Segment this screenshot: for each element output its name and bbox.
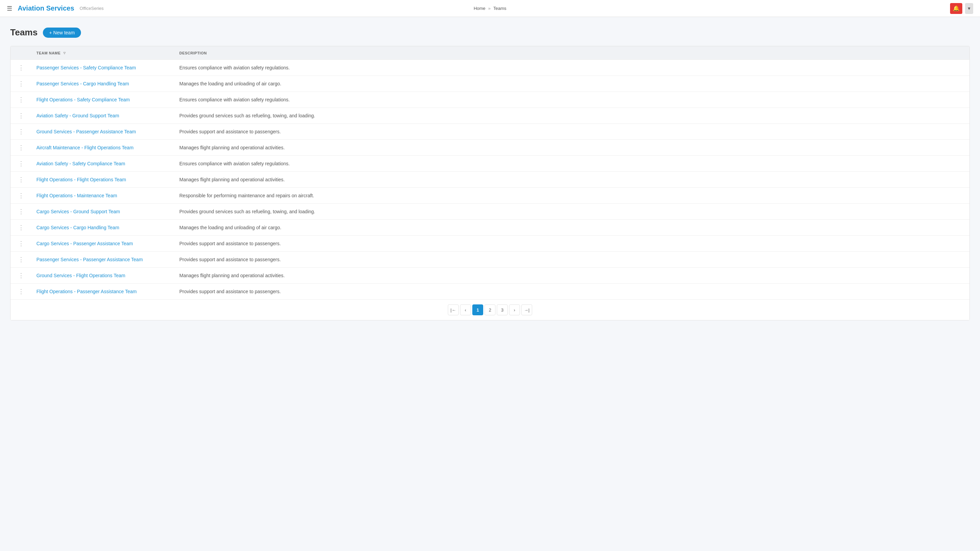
team-name-link[interactable]: Passenger Services - Safety Compliance T… [37, 65, 136, 70]
row-actions-cell: ⋮ [11, 220, 31, 236]
row-desc-cell: Manages flight planning and operational … [174, 268, 969, 284]
row-actions-cell: ⋮ [11, 76, 31, 92]
notification-button[interactable]: 🔔 [950, 3, 962, 14]
more-options-icon[interactable]: ⋮ [18, 160, 24, 167]
team-name-link[interactable]: Aviation Safety - Safety Compliance Team [37, 161, 125, 166]
row-name-cell: Cargo Services - Cargo Handling Team [31, 220, 174, 236]
row-actions-cell: ⋮ [11, 284, 31, 300]
team-name-link[interactable]: Flight Operations - Safety Compliance Te… [37, 97, 130, 102]
table-row: ⋮ Ground Services - Passenger Assistance… [11, 124, 969, 140]
row-name-cell: Flight Operations - Passenger Assistance… [31, 284, 174, 300]
table-row: ⋮ Cargo Services - Passenger Assistance … [11, 236, 969, 252]
more-options-icon[interactable]: ⋮ [18, 256, 24, 263]
team-description: Ensures compliance with aviation safety … [179, 161, 290, 166]
team-name-link[interactable]: Aviation Safety - Ground Support Team [37, 113, 119, 118]
team-name-link[interactable]: Ground Services - Passenger Assistance T… [37, 129, 136, 134]
row-name-cell: Aircraft Maintenance - Flight Operations… [31, 140, 174, 156]
team-name-link[interactable]: Cargo Services - Cargo Handling Team [37, 225, 119, 230]
page-title: Teams [10, 27, 37, 38]
table-row: ⋮ Aviation Safety - Ground Support Team … [11, 108, 969, 124]
team-name-link[interactable]: Flight Operations - Passenger Assistance… [37, 289, 137, 294]
more-options-icon[interactable]: ⋮ [18, 113, 24, 119]
more-options-icon[interactable]: ⋮ [18, 81, 24, 87]
pagination-last-button[interactable]: →| [521, 305, 532, 315]
row-desc-cell: Ensures compliance with aviation safety … [174, 156, 969, 172]
brand-sub: OfficeSeries [80, 6, 104, 11]
row-name-cell: Flight Operations - Flight Operations Te… [31, 172, 174, 188]
row-name-cell: Flight Operations - Maintenance Team [31, 188, 174, 204]
team-name-link[interactable]: Passenger Services - Cargo Handling Team [37, 81, 129, 86]
breadcrumb-home[interactable]: Home [474, 6, 485, 11]
row-desc-cell: Manages the loading and unloading of air… [174, 76, 969, 92]
col-name-label: TEAM NAME [37, 51, 60, 55]
col-name-header: TEAM NAME ▿ [31, 46, 174, 60]
row-name-cell: Passenger Services - Cargo Handling Team [31, 76, 174, 92]
table-row: ⋮ Aviation Safety - Safety Compliance Te… [11, 156, 969, 172]
breadcrumb-separator: » [488, 6, 491, 11]
more-options-icon[interactable]: ⋮ [18, 288, 24, 295]
pagination-next-button[interactable]: › [509, 305, 520, 315]
breadcrumb: Home » Teams [474, 6, 506, 11]
more-options-icon[interactable]: ⋮ [18, 144, 24, 151]
table-row: ⋮ Passenger Services - Safety Compliance… [11, 60, 969, 76]
more-options-icon[interactable]: ⋮ [18, 65, 24, 71]
pagination-prev-button[interactable]: ‹ [460, 305, 471, 315]
table-row: ⋮ Flight Operations - Safety Compliance … [11, 92, 969, 108]
team-description: Provides support and assistance to passe… [179, 241, 281, 246]
row-name-cell: Flight Operations - Safety Compliance Te… [31, 92, 174, 108]
more-options-icon[interactable]: ⋮ [18, 129, 24, 135]
team-name-link[interactable]: Flight Operations - Flight Operations Te… [37, 177, 126, 182]
more-options-icon[interactable]: ⋮ [18, 97, 24, 103]
more-options-icon[interactable]: ⋮ [18, 272, 24, 279]
page-title-row: Teams + New team [10, 27, 970, 38]
team-name-link[interactable]: Cargo Services - Passenger Assistance Te… [37, 241, 133, 246]
table-row: ⋮ Aircraft Maintenance - Flight Operatio… [11, 140, 969, 156]
team-description: Ensures compliance with aviation safety … [179, 65, 290, 70]
row-name-cell: Passenger Services - Safety Compliance T… [31, 60, 174, 76]
table-row: ⋮ Cargo Services - Ground Support Team P… [11, 204, 969, 220]
table-row: ⋮ Ground Services - Flight Operations Te… [11, 268, 969, 284]
row-actions-cell: ⋮ [11, 188, 31, 204]
pagination-page-2[interactable]: 2 [485, 305, 495, 315]
table-row: ⋮ Passenger Services - Cargo Handling Te… [11, 76, 969, 92]
new-team-button[interactable]: + New team [43, 27, 81, 38]
pagination-first-button[interactable]: |← [448, 305, 459, 315]
more-options-icon[interactable]: ⋮ [18, 224, 24, 230]
row-name-cell: Aviation Safety - Safety Compliance Team [31, 156, 174, 172]
pagination-page-1[interactable]: 1 [472, 305, 483, 315]
menu-icon[interactable]: ☰ [7, 5, 12, 12]
col-actions-header [11, 46, 31, 60]
table-row: ⋮ Flight Operations - Flight Operations … [11, 172, 969, 188]
more-options-icon[interactable]: ⋮ [18, 192, 24, 198]
table-row: ⋮ Cargo Services - Cargo Handling Team M… [11, 220, 969, 236]
row-name-cell: Passenger Services - Passenger Assistanc… [31, 252, 174, 268]
row-desc-cell: Manages the loading and unloading of air… [174, 220, 969, 236]
team-name-link[interactable]: Cargo Services - Ground Support Team [37, 209, 120, 214]
header-actions: 🔔 ▼ [950, 3, 973, 14]
row-actions-cell: ⋮ [11, 92, 31, 108]
more-options-icon[interactable]: ⋮ [18, 176, 24, 183]
team-name-link[interactable]: Ground Services - Flight Operations Team [37, 273, 125, 278]
pagination-page-3[interactable]: 3 [497, 305, 508, 315]
team-description: Manages the loading and unloading of air… [179, 81, 282, 86]
team-description: Provides ground services such as refueli… [179, 209, 315, 214]
row-desc-cell: Responsible for performing maintenance a… [174, 188, 969, 204]
row-actions-cell: ⋮ [11, 60, 31, 76]
row-actions-cell: ⋮ [11, 252, 31, 268]
more-options-icon[interactable]: ⋮ [18, 240, 24, 246]
row-name-cell: Cargo Services - Ground Support Team [31, 204, 174, 220]
row-actions-cell: ⋮ [11, 140, 31, 156]
breadcrumb-current: Teams [493, 6, 506, 11]
table-header-row: TEAM NAME ▿ DESCRIPTION [11, 46, 969, 60]
more-options-icon[interactable]: ⋮ [18, 208, 24, 214]
row-desc-cell: Provides support and assistance to passe… [174, 284, 969, 300]
team-name-link[interactable]: Aircraft Maintenance - Flight Operations… [37, 145, 134, 150]
table-row: ⋮ Flight Operations - Maintenance Team R… [11, 188, 969, 204]
filter-icon[interactable]: ▿ [63, 50, 66, 56]
team-description: Provides support and assistance to passe… [179, 257, 281, 262]
team-name-link[interactable]: Passenger Services - Passenger Assistanc… [37, 257, 143, 262]
team-name-link[interactable]: Flight Operations - Maintenance Team [37, 193, 117, 198]
row-name-cell: Ground Services - Passenger Assistance T… [31, 124, 174, 140]
header-dropdown-button[interactable]: ▼ [965, 3, 973, 14]
row-actions-cell: ⋮ [11, 268, 31, 284]
